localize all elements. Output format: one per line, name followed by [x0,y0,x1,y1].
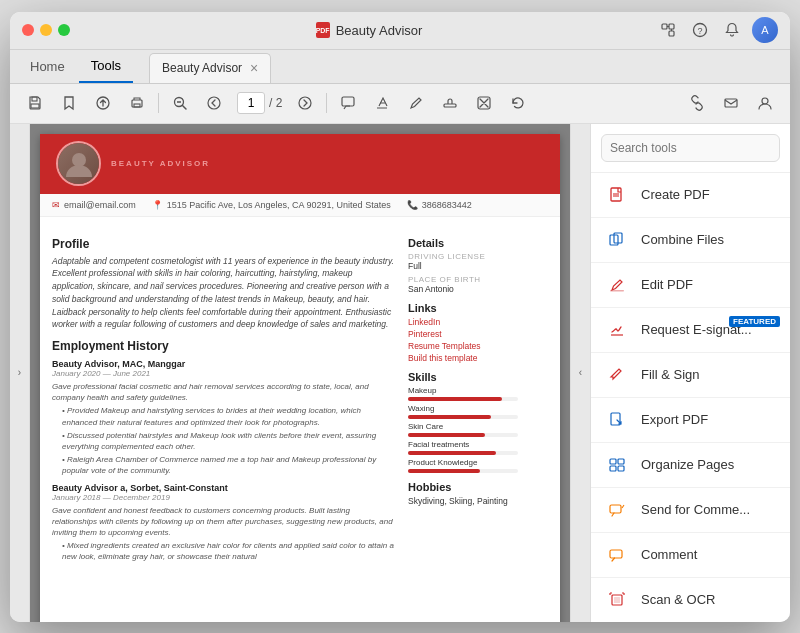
tool-export-pdf[interactable]: Export PDF [591,398,790,443]
combine-files-label: Combine Files [641,232,724,247]
upload-button[interactable] [88,89,118,117]
job1-bullet-3: Raleigh Area Chamber of Commerce named m… [62,454,396,476]
tab-bar: Home Tools Beauty Advisor × [10,50,790,84]
search-tools-box [591,124,790,173]
help-button[interactable]: ? [688,18,712,42]
user-tool-button[interactable] [750,89,780,117]
close-button[interactable] [22,24,34,36]
profile-body: Adaptable and competent cosmetologist wi… [52,255,396,332]
page-number-input[interactable]: 1 [237,92,265,114]
share-button[interactable] [656,18,680,42]
print-button[interactable] [122,89,152,117]
page-total: / 2 [269,96,282,110]
tool-scan-ocr[interactable]: Scan & OCR [591,578,790,622]
doc-tab-close[interactable]: × [250,61,258,75]
link-resume-templates[interactable]: Resume Templates [408,341,548,351]
job2-bullet-1: Mixed ingredients created an exclusive h… [62,540,396,562]
job1-date: January 2020 — June 2021 [52,369,396,378]
job1-desc: Gave professional facial cosmetic and ha… [52,381,396,403]
next-page-button[interactable] [290,89,320,117]
traffic-lights [22,24,70,36]
title-bar-actions: ? A [656,17,778,43]
comment-button[interactable] [333,89,363,117]
tool-fill-sign[interactable]: Fill & Sign [591,353,790,398]
pdf-right-column: Details Driving license Full Place of bi… [408,229,548,565]
nav-tools[interactable]: Tools [79,50,133,83]
title-bar: PDF Beauty Advisor ? [10,12,790,50]
window-title: Beauty Advisor [336,23,423,38]
search-tools-input[interactable] [601,134,780,162]
link-pinterest[interactable]: Pinterest [408,329,548,339]
mail-button[interactable] [716,89,746,117]
tool-combine-files[interactable]: Combine Files [591,218,790,263]
link-build-template[interactable]: Build this template [408,353,548,363]
phone-icon: 📞 [407,200,418,210]
delete-button[interactable] [469,89,499,117]
pdf-icon: PDF [316,22,330,38]
svg-point-23 [72,153,86,167]
link-button[interactable] [682,89,712,117]
request-esign-icon [603,316,631,344]
fill-sign-label: Fill & Sign [641,367,700,382]
left-panel-toggle[interactable]: › [10,124,30,622]
minimize-button[interactable] [40,24,52,36]
doc-tab-label: Beauty Advisor [162,61,242,75]
svg-rect-36 [610,505,621,513]
toolbar: 1 / 2 [10,84,790,124]
featured-badge: FEATURED [729,316,780,327]
email-icon: ✉ [52,200,60,210]
job2-date: January 2018 — December 2019 [52,493,396,502]
bookmark-button[interactable] [54,89,84,117]
skill-product-name: Product Knowledge [408,458,548,467]
page-indicator: 1 / 2 [237,92,282,114]
undo-button[interactable] [503,89,533,117]
birth-label: Place of birth [408,275,548,284]
create-pdf-label: Create PDF [641,187,710,202]
svg-rect-31 [611,413,620,425]
window-title-area: PDF Beauty Advisor [82,22,656,38]
nav-home[interactable]: Home [18,50,77,83]
export-pdf-label: Export PDF [641,412,708,427]
prev-page-button[interactable] [199,89,229,117]
tool-create-pdf[interactable]: Create PDF [591,173,790,218]
combine-files-icon [603,226,631,254]
right-panel-toggle[interactable]: ‹ [570,124,590,622]
doc-tab[interactable]: Beauty Advisor × [149,53,271,83]
tool-comment[interactable]: Comment [591,533,790,578]
app-window: PDF Beauty Advisor ? [10,12,790,622]
contact-email-value: email@email.com [64,200,136,210]
skills-title: Skills [408,371,548,383]
svg-rect-19 [444,104,456,107]
link-linkedin[interactable]: LinkedIn [408,317,548,327]
draw-button[interactable] [401,89,431,117]
user-avatar[interactable]: A [752,17,778,43]
notifications-button[interactable] [720,18,744,42]
svg-line-13 [183,106,187,110]
nav-tabs: Home Tools [18,50,133,83]
pdf-header: BEAUTY ADVISOR [40,134,560,194]
pdf-viewer[interactable]: BEAUTY ADVISOR ✉ email@email.com 📍 1515 … [30,124,570,622]
contact-email: ✉ email@email.com [52,200,136,210]
tool-edit-pdf[interactable]: Edit PDF [591,263,790,308]
export-pdf-icon [603,406,631,434]
pdf-left-column: Profile Adaptable and competent cosmetol… [52,229,396,565]
save-button[interactable] [20,89,50,117]
tool-organize-pages[interactable]: Organize Pages [591,443,790,488]
svg-rect-0 [662,24,667,29]
edit-pdf-icon [603,271,631,299]
maximize-button[interactable] [58,24,70,36]
tool-request-esign[interactable]: Request E-signat...FEATURED [591,308,790,353]
skill-facial: Facial treatments [408,440,548,455]
highlight-button[interactable] [367,89,397,117]
svg-rect-35 [618,466,624,471]
toolbar-sep-1 [158,93,159,113]
tool-send-comment[interactable]: Send for Comme... [591,488,790,533]
chevron-left-icon: ‹ [579,367,582,378]
svg-rect-29 [610,290,624,292]
organize-pages-label: Organize Pages [641,457,734,472]
zoom-out-button[interactable] [165,89,195,117]
svg-rect-8 [31,104,39,108]
contact-address: 📍 1515 Pacific Ave, Los Angeles, CA 9029… [152,200,391,210]
stamp-button[interactable] [435,89,465,117]
skill-waxing: Waxing [408,404,548,419]
